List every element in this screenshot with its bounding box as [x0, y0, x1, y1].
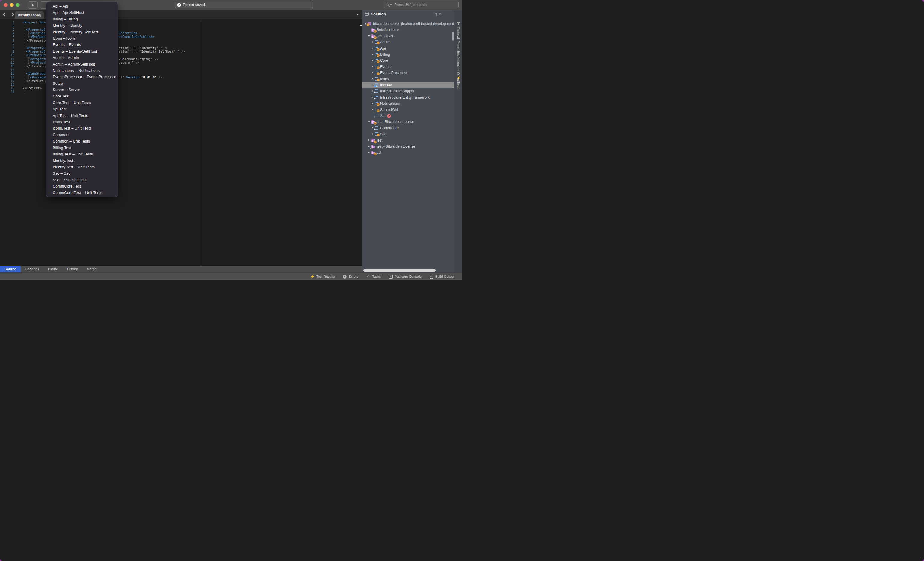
- back-icon[interactable]: [3, 13, 6, 16]
- line-number: 15: [0, 72, 14, 75]
- menu-item[interactable]: Server – Server: [46, 87, 118, 93]
- menu-item[interactable]: Common – Unit Tests: [46, 138, 118, 144]
- tree-item-test[interactable]: test: [363, 138, 454, 144]
- tree-item-events[interactable]: Events: [363, 64, 454, 70]
- zoom-window-button[interactable]: [16, 3, 20, 7]
- tree-item-sso[interactable]: Sso: [363, 131, 454, 137]
- tree-item-identity[interactable]: Identity: [363, 82, 454, 88]
- menu-item[interactable]: Icons.Test: [46, 119, 118, 125]
- tree-item-sharedweb[interactable]: SharedWeb: [363, 107, 454, 113]
- chevron-collapsed-icon[interactable]: [372, 96, 373, 98]
- menu-item[interactable]: Api.Test – Unit Tests: [46, 112, 118, 119]
- menu-item[interactable]: Billing – Billing: [46, 16, 118, 22]
- menu-item[interactable]: Billing.Test: [46, 145, 118, 151]
- chevron-collapsed-icon[interactable]: [372, 66, 373, 67]
- minimize-window-button[interactable]: [10, 3, 14, 7]
- status-item-package-console[interactable]: Package Console: [389, 275, 422, 279]
- chevron-collapsed-icon[interactable]: [372, 47, 373, 49]
- menu-item[interactable]: Admin – Admin: [46, 54, 118, 61]
- menu-item[interactable]: Icons – Icons: [46, 35, 118, 42]
- menu-item[interactable]: CommCore.Test – Unit Tests: [46, 189, 118, 196]
- menu-item[interactable]: CommCore.Test: [46, 183, 118, 189]
- search-input[interactable]: Press ‘⌘.’ to search: [384, 1, 459, 8]
- tree-item-api[interactable]: Api: [363, 45, 454, 51]
- chevron-collapsed-icon[interactable]: [372, 54, 373, 55]
- menu-item[interactable]: Identity.Test – Unit Tests: [46, 164, 118, 170]
- tree-item-admin[interactable]: Admin: [363, 39, 454, 45]
- status-item-tasks[interactable]: ✓Tasks: [366, 275, 381, 279]
- tree-item-notifications[interactable]: Notifications: [363, 100, 454, 106]
- view-tab-history[interactable]: History: [63, 266, 82, 272]
- vertical-scrollbar[interactable]: [452, 31, 454, 40]
- menu-item[interactable]: Core.Test: [46, 93, 118, 99]
- menu-item[interactable]: Api.Test: [46, 106, 118, 112]
- chevron-collapsed-icon[interactable]: [372, 72, 373, 74]
- close-window-button[interactable]: [4, 3, 8, 7]
- menu-item[interactable]: Icons.Test – Unit Tests: [46, 125, 118, 132]
- horizontal-scrollbar[interactable]: [363, 269, 435, 272]
- tree-item-src-agpl[interactable]: src - AGPL: [363, 33, 454, 39]
- document-tab[interactable]: Identity.csproj: [15, 11, 44, 19]
- tree-item-infrastructure-entityframework[interactable]: ✦Infrastructure.EntityFramework: [363, 94, 454, 100]
- tree-item-text: Sso: [380, 132, 387, 136]
- project-icon: [375, 58, 378, 62]
- menu-item[interactable]: EventsProcessor – EventsProcessor: [46, 74, 118, 80]
- status-item-errors[interactable]: ✕Errors: [343, 275, 358, 279]
- chevron-collapsed-icon[interactable]: [372, 90, 373, 92]
- menu-item[interactable]: Sso – Sso-SelfHost: [46, 177, 118, 183]
- menu-item[interactable]: Api – Api-SelfHost: [46, 9, 118, 16]
- tree-item-sql[interactable]: ✦Sql✕: [363, 113, 454, 119]
- tree-item-eventsprocessor[interactable]: EventsProcessor: [363, 70, 454, 76]
- tree-item-core[interactable]: Core: [363, 57, 454, 63]
- status-item-test-results[interactable]: ⚡Test Results: [310, 275, 335, 279]
- menu-item[interactable]: Common: [46, 132, 118, 138]
- chevron-collapsed-icon[interactable]: [372, 109, 373, 110]
- code-segment: />: [164, 46, 168, 49]
- chevron-collapsed-icon[interactable]: [372, 84, 373, 86]
- chevron-expanded-icon[interactable]: [368, 121, 370, 123]
- tree-item-util[interactable]: util: [363, 150, 454, 156]
- side-tab-tests[interactable]: ⚡Tests: [454, 76, 462, 90]
- tree-item-bitwarden-server-feature-self-hosted-development[interactable]: bitwarden-server (feature/self-hosted-de…: [363, 21, 454, 27]
- tree-item-src-bitwarden-license[interactable]: src - Bitwarden License: [363, 119, 454, 125]
- tree-item-solution-items[interactable]: Solution Items: [363, 27, 454, 33]
- menu-item[interactable]: Billing.Test – Unit Tests: [46, 151, 118, 157]
- chevron-collapsed-icon[interactable]: [372, 133, 373, 135]
- chevron-collapsed-icon[interactable]: [368, 151, 370, 153]
- tree-item-test-bitwarden-license[interactable]: ✦test - Bitwarden License: [363, 144, 454, 150]
- chevron-expanded-icon[interactable]: [364, 23, 366, 25]
- chevron-collapsed-icon[interactable]: [368, 139, 370, 141]
- chevron-collapsed-icon[interactable]: [372, 78, 373, 80]
- menu-item[interactable]: Identity – Identity: [46, 22, 118, 28]
- tab-overflow-icon[interactable]: [356, 14, 359, 15]
- status-item-build-output[interactable]: Build Output: [429, 275, 454, 279]
- tree-item-infrastructure-dapper[interactable]: ✦Infrastructure.Dapper: [363, 88, 454, 94]
- menu-item[interactable]: Events – Events-SelfHost: [46, 48, 118, 54]
- project-icon: [375, 46, 378, 50]
- forward-icon[interactable]: [10, 13, 14, 16]
- menu-item[interactable]: Identity – Identity-SelfHost: [46, 29, 118, 35]
- menu-item[interactable]: Identity.Test: [46, 157, 118, 163]
- chevron-expanded-icon[interactable]: [368, 36, 370, 37]
- menu-item[interactable]: Events – Events: [46, 42, 118, 48]
- tree-item-commcore[interactable]: ✦CommCore: [363, 125, 454, 131]
- chevron-collapsed-icon[interactable]: [372, 127, 373, 129]
- tree-item-icons[interactable]: Icons: [363, 76, 454, 82]
- menu-item[interactable]: Setup: [46, 80, 118, 87]
- view-tab-source[interactable]: Source: [0, 266, 21, 272]
- menu-item[interactable]: Api – Api: [46, 3, 118, 9]
- view-tab-blame[interactable]: Blame: [44, 266, 63, 272]
- menu-item[interactable]: Core.Test – Unit Tests: [46, 100, 118, 106]
- tree-item-billing[interactable]: Billing: [363, 51, 454, 57]
- run-button[interactable]: [28, 1, 38, 9]
- view-tab-merge[interactable]: Merge: [82, 266, 101, 272]
- menu-item[interactable]: Notifications – Notifications: [46, 67, 118, 74]
- view-tab-changes[interactable]: Changes: [21, 266, 44, 272]
- tree-item-text: Infrastructure.Dapper: [380, 89, 414, 93]
- chevron-collapsed-icon[interactable]: [372, 103, 373, 104]
- code-segment: />: [154, 57, 159, 61]
- chevron-collapsed-icon[interactable]: [372, 60, 373, 61]
- chevron-collapsed-icon[interactable]: [372, 41, 373, 43]
- menu-item[interactable]: Sso – Sso: [46, 170, 118, 177]
- menu-item[interactable]: Admin – Admin-SelfHost: [46, 61, 118, 67]
